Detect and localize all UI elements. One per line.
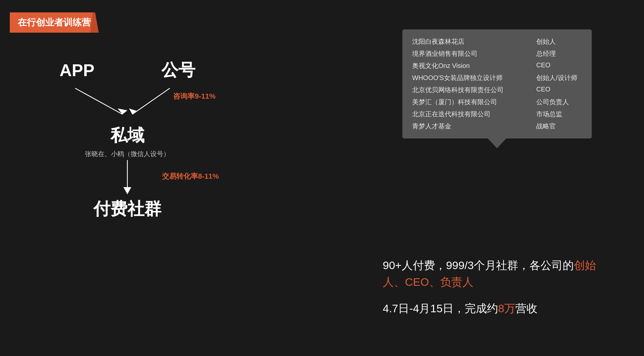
bottom-line1: 90+人付费，999/3个月社群，各公司的创始人、CEO、负责人: [383, 257, 605, 290]
tooltip-role: 公司负责人: [530, 98, 582, 106]
company-tooltip: 沈阳白夜森林花店创始人境界酒业销售有限公司总经理奥视文化Onz VisionCE…: [402, 29, 592, 138]
flow-diagram: APP 公号 咨询率9-11% 私域 张晓在、小鸥（微信人设号） 交易转化率8-…: [26, 59, 229, 220]
fufeishequ-node: 付费社群: [26, 198, 229, 220]
svg-marker-1: [118, 108, 127, 114]
tooltip-role: CEO: [530, 61, 582, 70]
tooltip-row: 沈阳白夜森林花店创始人: [412, 37, 582, 46]
bottom-line1-prefix: 90+人付费，999/3个月社群，各公司的: [383, 259, 574, 271]
tooltip-role: 总经理: [530, 49, 582, 58]
siyu-sub-label: 张晓在、小鸥（微信人设号）: [26, 150, 229, 158]
tooltip-row: 北京正在迭代科技有限公司市场总监: [412, 110, 582, 119]
bottom-line2-highlight: 8万: [498, 302, 515, 315]
svg-line-2: [132, 88, 170, 114]
tooltip-company: 北京正在迭代科技有限公司: [412, 110, 530, 119]
flow-arrows-svg: [26, 85, 229, 121]
svg-marker-3: [129, 108, 137, 114]
page-title: 在行创业者训练营: [18, 17, 91, 27]
tooltip-role: CEO: [530, 86, 582, 94]
tooltip-company: 美梦汇（厦门）科技有限公司: [412, 98, 530, 106]
tooltip-role: 创始人: [530, 37, 582, 46]
tooltip-role: 创始人/设计师: [530, 73, 582, 82]
bottom-line2-suffix: 营收: [515, 302, 538, 315]
tooltip-company: WHOOO'S女装品牌独立设计师: [412, 73, 530, 82]
gonghai-node: 公号: [161, 59, 195, 82]
bottom-line2-prefix: 4.7日-4月15日，完成约: [383, 302, 498, 315]
tooltip-company: 北京优贝网络科技有限责任公司: [412, 86, 530, 94]
xunlv-rate-label: 咨询率9-11%: [173, 91, 216, 101]
tooltip-company: 奥视文化Onz Vision: [412, 61, 530, 70]
tooltip-row: 境界酒业销售有限公司总经理: [412, 49, 582, 58]
tooltip-row: WHOOO'S女装品牌独立设计师创始人/设计师: [412, 73, 582, 82]
svg-marker-5: [123, 187, 131, 194]
tooltip-company: 境界酒业销售有限公司: [412, 49, 530, 58]
tooltip-company: 沈阳白夜森林花店: [412, 37, 530, 46]
jiaoyilv-rate-label: 交易转化率8-11%: [162, 171, 219, 181]
siyu-node: 私域: [26, 124, 229, 147]
app-node: APP: [59, 60, 94, 80]
tooltip-row: 青梦人才基金战略官: [412, 122, 582, 131]
tooltip-company: 青梦人才基金: [412, 122, 530, 131]
tooltip-role: 市场总监: [530, 110, 582, 119]
bottom-line2: 4.7日-4月15日，完成约8万营收: [383, 300, 605, 317]
tooltip-row: 美梦汇（厦门）科技有限公司公司负责人: [412, 98, 582, 106]
tooltip-row: 北京优贝网络科技有限责任公司CEO: [412, 86, 582, 94]
bottom-stats: 90+人付费，999/3个月社群，各公司的创始人、CEO、负责人 4.7日-4月…: [383, 257, 605, 317]
tooltip-role: 战略官: [530, 122, 582, 131]
svg-line-0: [75, 88, 122, 114]
title-banner: 在行创业者训练营: [10, 12, 99, 33]
siyu-to-fufeishequ-arrow: [118, 158, 137, 198]
tooltip-row: 奥视文化Onz VisionCEO: [412, 61, 582, 70]
